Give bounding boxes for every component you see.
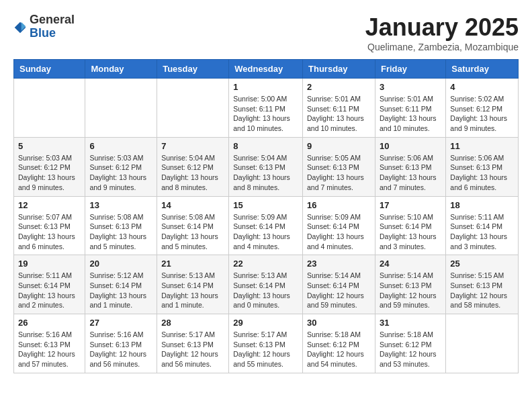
- calendar-cell: 20Sunrise: 5:12 AM Sunset: 6:14 PM Dayli…: [85, 255, 157, 314]
- calendar-cell: 24Sunrise: 5:14 AM Sunset: 6:13 PM Dayli…: [375, 255, 445, 314]
- day-info: Sunrise: 5:06 AM Sunset: 6:13 PM Dayligh…: [380, 153, 441, 193]
- day-number: 16: [307, 200, 371, 210]
- day-number: 1: [233, 82, 298, 92]
- calendar-cell: 10Sunrise: 5:06 AM Sunset: 6:13 PM Dayli…: [375, 137, 445, 196]
- calendar-week-row: 26Sunrise: 5:16 AM Sunset: 6:13 PM Dayli…: [14, 314, 519, 373]
- calendar-week-row: 1Sunrise: 5:00 AM Sunset: 6:11 PM Daylig…: [14, 79, 519, 138]
- day-info: Sunrise: 5:07 AM Sunset: 6:13 PM Dayligh…: [18, 212, 81, 252]
- day-number: 9: [307, 141, 371, 151]
- month-title: January 2025: [365, 13, 519, 42]
- day-number: 19: [18, 259, 81, 269]
- calendar-cell: 19Sunrise: 5:11 AM Sunset: 6:14 PM Dayli…: [14, 255, 85, 314]
- calendar-cell: 12Sunrise: 5:07 AM Sunset: 6:13 PM Dayli…: [14, 196, 85, 255]
- calendar-cell: 9Sunrise: 5:05 AM Sunset: 6:13 PM Daylig…: [303, 137, 375, 196]
- day-number: 7: [161, 141, 224, 151]
- calendar-cell: 2Sunrise: 5:01 AM Sunset: 6:11 PM Daylig…: [303, 79, 375, 138]
- day-info: Sunrise: 5:09 AM Sunset: 6:14 PM Dayligh…: [307, 212, 371, 252]
- day-info: Sunrise: 5:06 AM Sunset: 6:13 PM Dayligh…: [450, 153, 514, 193]
- logo-icon: [13, 21, 27, 34]
- day-number: 24: [380, 259, 441, 269]
- weekday-header-monday: Monday: [85, 60, 157, 79]
- logo: General Blue: [13, 13, 75, 40]
- day-info: Sunrise: 5:05 AM Sunset: 6:13 PM Dayligh…: [307, 153, 371, 193]
- calendar-cell: 11Sunrise: 5:06 AM Sunset: 6:13 PM Dayli…: [446, 137, 519, 196]
- calendar-cell: [14, 79, 85, 138]
- calendar-cell: 31Sunrise: 5:18 AM Sunset: 6:12 PM Dayli…: [375, 314, 445, 373]
- calendar-cell: [157, 79, 229, 138]
- day-info: Sunrise: 5:14 AM Sunset: 6:14 PM Dayligh…: [307, 271, 371, 310]
- day-number: 23: [307, 259, 371, 269]
- calendar-cell: 22Sunrise: 5:13 AM Sunset: 6:14 PM Dayli…: [229, 255, 303, 314]
- calendar-cell: [446, 314, 519, 373]
- logo-blue-text: Blue: [30, 27, 75, 40]
- day-info: Sunrise: 5:04 AM Sunset: 6:12 PM Dayligh…: [161, 153, 224, 193]
- calendar-cell: 29Sunrise: 5:17 AM Sunset: 6:13 PM Dayli…: [229, 314, 303, 373]
- day-info: Sunrise: 5:13 AM Sunset: 6:14 PM Dayligh…: [161, 271, 224, 310]
- day-info: Sunrise: 5:15 AM Sunset: 6:13 PM Dayligh…: [450, 271, 514, 310]
- day-number: 26: [18, 318, 81, 328]
- day-info: Sunrise: 5:09 AM Sunset: 6:14 PM Dayligh…: [233, 212, 298, 252]
- calendar-cell: 30Sunrise: 5:18 AM Sunset: 6:12 PM Dayli…: [303, 314, 375, 373]
- day-info: Sunrise: 5:03 AM Sunset: 6:12 PM Dayligh…: [89, 153, 152, 193]
- day-number: 2: [307, 82, 371, 92]
- calendar-cell: 7Sunrise: 5:04 AM Sunset: 6:12 PM Daylig…: [157, 137, 229, 196]
- day-number: 27: [89, 318, 152, 328]
- day-number: 28: [161, 318, 224, 328]
- day-number: 15: [233, 200, 298, 210]
- day-number: 13: [89, 200, 152, 210]
- calendar-cell: 3Sunrise: 5:01 AM Sunset: 6:11 PM Daylig…: [375, 79, 445, 138]
- calendar-cell: 16Sunrise: 5:09 AM Sunset: 6:14 PM Dayli…: [303, 196, 375, 255]
- day-number: 11: [450, 141, 514, 151]
- day-number: 14: [161, 200, 224, 210]
- calendar-cell: 15Sunrise: 5:09 AM Sunset: 6:14 PM Dayli…: [229, 196, 303, 255]
- location-text: Quelimane, Zambezia, Mozambique: [365, 42, 519, 52]
- calendar-week-row: 12Sunrise: 5:07 AM Sunset: 6:13 PM Dayli…: [14, 196, 519, 255]
- day-info: Sunrise: 5:13 AM Sunset: 6:14 PM Dayligh…: [233, 271, 298, 310]
- day-info: Sunrise: 5:00 AM Sunset: 6:11 PM Dayligh…: [233, 94, 298, 134]
- calendar-cell: 25Sunrise: 5:15 AM Sunset: 6:13 PM Dayli…: [446, 255, 519, 314]
- day-number: 12: [18, 200, 81, 210]
- day-info: Sunrise: 5:16 AM Sunset: 6:13 PM Dayligh…: [89, 330, 152, 369]
- day-number: 10: [380, 141, 441, 151]
- day-info: Sunrise: 5:02 AM Sunset: 6:12 PM Dayligh…: [450, 94, 514, 134]
- calendar-cell: 27Sunrise: 5:16 AM Sunset: 6:13 PM Dayli…: [85, 314, 157, 373]
- day-number: 6: [89, 141, 152, 151]
- day-info: Sunrise: 5:01 AM Sunset: 6:11 PM Dayligh…: [380, 94, 441, 134]
- day-number: 22: [233, 259, 298, 269]
- calendar-cell: 23Sunrise: 5:14 AM Sunset: 6:14 PM Dayli…: [303, 255, 375, 314]
- calendar-cell: 8Sunrise: 5:04 AM Sunset: 6:13 PM Daylig…: [229, 137, 303, 196]
- weekday-header-sunday: Sunday: [14, 60, 85, 79]
- weekday-header-wednesday: Wednesday: [229, 60, 303, 79]
- logo-general-text: General: [30, 13, 75, 27]
- calendar-week-row: 19Sunrise: 5:11 AM Sunset: 6:14 PM Dayli…: [14, 255, 519, 314]
- title-block: January 2025 Quelimane, Zambezia, Mozamb…: [365, 13, 519, 52]
- day-info: Sunrise: 5:18 AM Sunset: 6:12 PM Dayligh…: [307, 330, 371, 369]
- calendar-cell: 28Sunrise: 5:17 AM Sunset: 6:13 PM Dayli…: [157, 314, 229, 373]
- calendar-week-row: 5Sunrise: 5:03 AM Sunset: 6:12 PM Daylig…: [14, 137, 519, 196]
- day-info: Sunrise: 5:10 AM Sunset: 6:14 PM Dayligh…: [380, 212, 441, 252]
- calendar-cell: 13Sunrise: 5:08 AM Sunset: 6:13 PM Dayli…: [85, 196, 157, 255]
- day-number: 30: [307, 318, 371, 328]
- day-number: 17: [380, 200, 441, 210]
- calendar-cell: 6Sunrise: 5:03 AM Sunset: 6:12 PM Daylig…: [85, 137, 157, 196]
- day-info: Sunrise: 5:17 AM Sunset: 6:13 PM Dayligh…: [233, 330, 298, 369]
- calendar-cell: 14Sunrise: 5:08 AM Sunset: 6:14 PM Dayli…: [157, 196, 229, 255]
- day-info: Sunrise: 5:04 AM Sunset: 6:13 PM Dayligh…: [233, 153, 298, 193]
- day-info: Sunrise: 5:11 AM Sunset: 6:14 PM Dayligh…: [18, 271, 81, 310]
- page-header: General Blue January 2025 Quelimane, Zam…: [13, 13, 519, 52]
- calendar-cell: 17Sunrise: 5:10 AM Sunset: 6:14 PM Dayli…: [375, 196, 445, 255]
- day-number: 3: [380, 82, 441, 92]
- day-info: Sunrise: 5:18 AM Sunset: 6:12 PM Dayligh…: [380, 330, 441, 369]
- calendar-cell: [85, 79, 157, 138]
- weekday-header-row: SundayMondayTuesdayWednesdayThursdayFrid…: [14, 60, 519, 79]
- day-number: 20: [89, 259, 152, 269]
- calendar-cell: 1Sunrise: 5:00 AM Sunset: 6:11 PM Daylig…: [229, 79, 303, 138]
- calendar-cell: 4Sunrise: 5:02 AM Sunset: 6:12 PM Daylig…: [446, 79, 519, 138]
- day-number: 29: [233, 318, 298, 328]
- calendar-cell: 5Sunrise: 5:03 AM Sunset: 6:12 PM Daylig…: [14, 137, 85, 196]
- day-info: Sunrise: 5:08 AM Sunset: 6:13 PM Dayligh…: [89, 212, 152, 252]
- calendar-table: SundayMondayTuesdayWednesdayThursdayFrid…: [13, 59, 519, 373]
- day-number: 31: [380, 318, 441, 328]
- day-info: Sunrise: 5:12 AM Sunset: 6:14 PM Dayligh…: [89, 271, 152, 310]
- day-number: 8: [233, 141, 298, 151]
